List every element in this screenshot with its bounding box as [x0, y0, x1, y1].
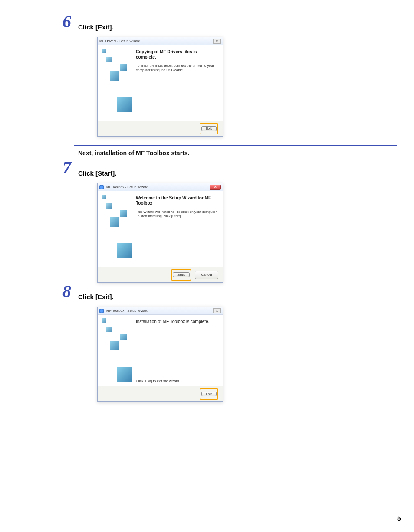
section-divider: [74, 145, 397, 146]
step-title: Click [Start].: [78, 168, 401, 177]
exit-button[interactable]: Exit: [201, 392, 217, 396]
step-7: 7 Click [Start]. MF Toolbox - Setup Wiza…: [78, 168, 401, 283]
dialog-button-row: Exit: [98, 121, 223, 136]
dialog-body-text: To finish the installation, connect the …: [136, 64, 218, 72]
step-number: 8: [62, 281, 71, 301]
app-icon: [99, 309, 104, 313]
dialog-button-row: Start Cancel: [98, 267, 223, 282]
page-footer-rule: [13, 509, 401, 509]
dialog-heading: Installation of MF Toolbox is complete.: [136, 319, 218, 324]
step-title: Click [Exit].: [78, 22, 401, 31]
dialog-bottom-text: Click [Exit] to exit the wizard.: [136, 379, 218, 383]
dialog-titlebar: MF Toolbox - Setup Wizard ✕: [98, 183, 223, 191]
page-number: 5: [397, 515, 401, 522]
highlight-exit: Exit: [200, 123, 218, 134]
inter-text: Next, installation of MF Toolbox starts.: [78, 150, 401, 157]
step-8: 8 Click [Exit]. MF Toolbox - Setup Wizar…: [78, 291, 401, 402]
wizard-art: [98, 315, 132, 386]
close-icon[interactable]: ✕: [213, 308, 221, 313]
dialog-mf-toolbox-complete: MF Toolbox - Setup Wizard ✕ Installation…: [97, 307, 223, 402]
highlight-start: Start: [171, 269, 191, 281]
dialog-heading: Welcome to the Setup Wizard for MF Toolb…: [136, 196, 218, 206]
close-icon[interactable]: ✕: [213, 39, 221, 44]
dialog-titlebar: MF Toolbox - Setup Wizard ✕: [98, 307, 223, 315]
close-icon[interactable]: ✕: [210, 185, 221, 190]
wizard-art: [98, 191, 132, 267]
dialog-title: MF Toolbox - Setup Wizard: [106, 309, 148, 313]
dialog-body-text: This Wizard will install MF Toolbox on y…: [136, 210, 218, 219]
exit-button[interactable]: Exit: [201, 126, 217, 131]
step-6: 6 Click [Exit]. MF Drivers - Setup Wizar…: [78, 22, 401, 137]
dialog-titlebar: MF Drivers - Setup Wizard ✕: [98, 37, 223, 45]
dialog-title: MF Drivers - Setup Wizard: [99, 39, 140, 43]
dialog-mf-drivers-complete: MF Drivers - Setup Wizard ✕ Copying of M…: [97, 37, 223, 137]
dialog-title: MF Toolbox - Setup Wizard: [106, 185, 148, 189]
dialog-body: Welcome to the Setup Wizard for MF Toolb…: [98, 191, 223, 267]
dialog-button-row: Exit: [98, 386, 223, 401]
app-icon: [99, 185, 104, 189]
wizard-art: [98, 45, 132, 121]
start-button[interactable]: Start: [173, 272, 190, 277]
dialog-mf-toolbox-welcome: MF Toolbox - Setup Wizard ✕ Welcome to t…: [97, 183, 223, 283]
dialog-heading: Copying of MF Drivers files is complete.: [136, 49, 218, 59]
highlight-exit: Exit: [200, 388, 218, 400]
dialog-body: Installation of MF Toolbox is complete. …: [98, 315, 223, 386]
dialog-body: Copying of MF Drivers files is complete.…: [98, 45, 223, 121]
step-title: Click [Exit].: [78, 291, 401, 300]
step-number: 6: [62, 11, 71, 32]
step-number: 7: [62, 157, 71, 178]
cancel-button[interactable]: Cancel: [195, 271, 218, 279]
